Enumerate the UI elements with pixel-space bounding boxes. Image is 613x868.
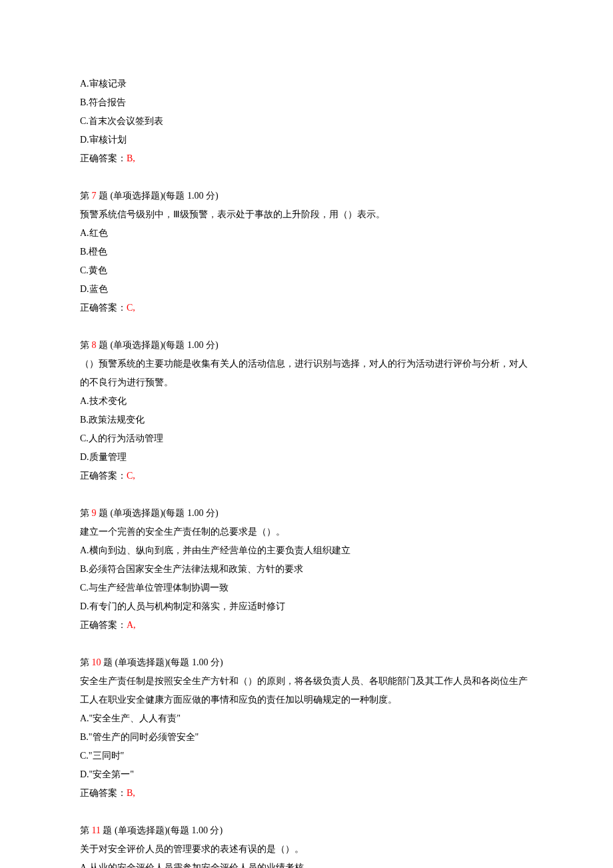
header-pre: 第 (80, 657, 92, 667)
option-a: A.从业的安全评价人员需参加安全评价人员的业绩考核 (80, 859, 533, 868)
option-b: B."管生产的同时必须管安全" (80, 728, 533, 747)
option-c: C."三同时" (80, 747, 533, 765)
question-number: 9 (92, 508, 97, 518)
answer-line: 正确答案：B, (80, 149, 533, 168)
answer-value: B, (127, 153, 135, 163)
option-c: C.首末次会议签到表 (80, 112, 533, 131)
question-stem: 安全生产责任制是按照安全生产方针和（）的原则，将各级负责人员、各职能部门及其工作… (80, 672, 533, 709)
header-pre: 第 (80, 191, 92, 201)
question-number: 8 (92, 340, 97, 350)
option-b: B.橙色 (80, 243, 533, 261)
option-d: D.质量管理 (80, 448, 533, 467)
answer-line: 正确答案：C, (80, 467, 533, 485)
option-b: B.符合报告 (80, 93, 533, 112)
option-c: C.与生产经营单位管理体制协调一致 (80, 579, 533, 597)
answer-line: 正确答案：B, (80, 784, 533, 803)
answer-label: 正确答案： (80, 471, 127, 481)
spacer (80, 635, 533, 653)
option-a: A."安全生产、人人有责" (80, 709, 533, 728)
option-d: D.审核计划 (80, 131, 533, 149)
header-post: 题 (单项选择题)(每题 1.00 分) (97, 340, 219, 350)
header-post: 题 (单项选择题)(每题 1.00 分) (97, 191, 219, 201)
question-number: 10 (92, 657, 101, 667)
question-stem: 预警系统信号级别中，Ⅲ级预警，表示处于事故的上升阶段，用（）表示。 (80, 205, 533, 224)
answer-line: 正确答案：C, (80, 299, 533, 317)
answer-label: 正确答案： (80, 620, 127, 630)
option-a: A.技术变化 (80, 392, 533, 411)
header-pre: 第 (80, 340, 92, 350)
option-d: D.有专门的人员与机构制定和落实，并应适时修订 (80, 597, 533, 616)
answer-value: A, (127, 620, 136, 630)
option-b: B.政策法规变化 (80, 411, 533, 429)
option-c: C.人的行为活动管理 (80, 429, 533, 448)
question-stem: 建立一个完善的安全生产责任制的总要求是（）。 (80, 523, 533, 541)
option-d: D.蓝色 (80, 280, 533, 299)
question-header: 第 11 题 (单项选择题)(每题 1.00 分) (80, 821, 533, 840)
header-pre: 第 (80, 508, 92, 518)
spacer (80, 168, 533, 187)
spacer (80, 317, 533, 336)
question-header: 第 9 题 (单项选择题)(每题 1.00 分) (80, 504, 533, 523)
answer-label: 正确答案： (80, 153, 127, 163)
answer-value: B, (127, 788, 135, 798)
header-post: 题 (单项选择题)(每题 1.00 分) (101, 825, 223, 835)
question-header: 第 7 题 (单项选择题)(每题 1.00 分) (80, 187, 533, 205)
question-header: 第 8 题 (单项选择题)(每题 1.00 分) (80, 336, 533, 355)
question-header: 第 10 题 (单项选择题)(每题 1.00 分) (80, 653, 533, 672)
header-post: 题 (单项选择题)(每题 1.00 分) (101, 657, 223, 667)
answer-label: 正确答案： (80, 788, 127, 798)
header-post: 题 (单项选择题)(每题 1.00 分) (97, 508, 219, 518)
option-a: A.红色 (80, 224, 533, 243)
question-stem: 关于对安全评价人员的管理要求的表述有误的是（）。 (80, 840, 533, 859)
spacer (80, 485, 533, 504)
answer-line: 正确答案：A, (80, 616, 533, 635)
answer-label: 正确答案： (80, 303, 127, 313)
answer-value: C, (127, 471, 135, 481)
document-page: A.审核记录 B.符合报告 C.首末次会议签到表 D.审核计划 正确答案：B, … (0, 0, 613, 868)
option-b: B.必须符合国家安全生产法律法规和政策、方针的要求 (80, 560, 533, 579)
option-a: A.横向到边、纵向到底，并由生产经营单位的主要负责人组织建立 (80, 541, 533, 560)
answer-value: C, (127, 303, 135, 313)
question-number: 7 (92, 191, 97, 201)
option-c: C.黄色 (80, 261, 533, 280)
question-stem: （）预警系统的主要功能是收集有关人的活动信息，进行识别与选择，对人的行为活动进行… (80, 355, 533, 392)
option-a: A.审核记录 (80, 75, 533, 93)
question-number: 11 (92, 825, 101, 835)
option-d: D."安全第一" (80, 765, 533, 784)
header-pre: 第 (80, 825, 92, 835)
spacer (80, 803, 533, 821)
